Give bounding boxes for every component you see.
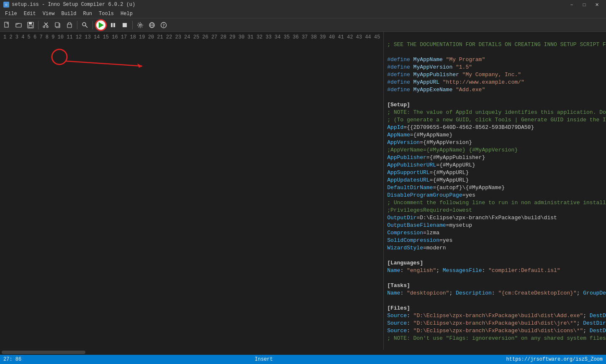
svg-rect-3 bbox=[29, 22, 32, 24]
save-button[interactable] bbox=[25, 20, 36, 31]
menu-view[interactable]: View bbox=[39, 10, 58, 18]
svg-rect-15 bbox=[111, 23, 113, 27]
close-button[interactable]: ✕ bbox=[591, 0, 603, 9]
menu-help[interactable]: Help bbox=[117, 10, 136, 18]
paste-button[interactable] bbox=[64, 20, 75, 31]
toolbar: ? bbox=[0, 18, 606, 32]
menu-edit[interactable]: Edit bbox=[21, 10, 39, 18]
stop-button[interactable] bbox=[119, 20, 130, 31]
copy-button[interactable] bbox=[52, 20, 63, 31]
editor-area: 1 2 3 4 5 6 7 8 9 10 11 12 13 14 15 16 1… bbox=[0, 32, 606, 350]
title-bar: ⚙ setup.iss - Inno Setup Compiler 6.0.2 … bbox=[0, 0, 606, 9]
new-button[interactable] bbox=[2, 20, 13, 31]
menu-tools[interactable]: Tools bbox=[95, 10, 117, 18]
settings-button[interactable] bbox=[135, 20, 146, 31]
svg-rect-1 bbox=[16, 23, 21, 27]
menu-file[interactable]: File bbox=[2, 10, 21, 18]
app-icon: ⚙ bbox=[3, 2, 9, 8]
cut-button[interactable] bbox=[41, 20, 51, 31]
svg-rect-10 bbox=[55, 23, 59, 27]
svg-line-14 bbox=[85, 26, 87, 28]
svg-text:?: ? bbox=[163, 23, 165, 28]
svg-point-13 bbox=[82, 23, 86, 26]
svg-rect-12 bbox=[68, 23, 71, 24]
help-button[interactable]: ? bbox=[158, 20, 169, 31]
status-url: https://jrsoftware.org/iszS_Zoom bbox=[506, 356, 603, 362]
minimize-button[interactable]: − bbox=[566, 0, 578, 9]
menu-build[interactable]: Build bbox=[58, 10, 80, 18]
svg-point-18 bbox=[139, 24, 141, 26]
svg-point-7 bbox=[43, 26, 45, 28]
edit-mode: Insert bbox=[255, 356, 273, 362]
cursor-position: 27: 86 bbox=[3, 356, 21, 362]
svg-rect-0 bbox=[5, 22, 8, 27]
maximize-button[interactable]: □ bbox=[578, 0, 590, 9]
code-editor[interactable]: ; SEE THE DOCUMENTATION FOR DETAILS ON C… bbox=[384, 32, 606, 350]
svg-point-8 bbox=[46, 26, 48, 28]
pause-button[interactable] bbox=[108, 20, 118, 31]
run-button[interactable] bbox=[95, 19, 107, 31]
svg-rect-16 bbox=[113, 23, 115, 27]
find-button[interactable] bbox=[80, 20, 90, 31]
window-title: setup.iss - Inno Setup Compiler 6.0.2 (u… bbox=[12, 2, 135, 8]
status-bar: 27: 86 Insert https://jrsoftware.org/isz… bbox=[0, 355, 606, 364]
menu-run[interactable]: Run bbox=[80, 10, 95, 18]
svg-rect-17 bbox=[123, 23, 127, 27]
open-button[interactable] bbox=[13, 20, 24, 31]
svg-rect-4 bbox=[29, 25, 32, 28]
horizontal-scrollbar[interactable] bbox=[0, 350, 606, 355]
menu-bar: File Edit View Build Run Tools Help bbox=[0, 9, 606, 18]
browse-button[interactable] bbox=[146, 20, 157, 31]
line-numbers: 1 2 3 4 5 6 7 8 9 10 11 12 13 14 15 16 1… bbox=[0, 32, 384, 350]
